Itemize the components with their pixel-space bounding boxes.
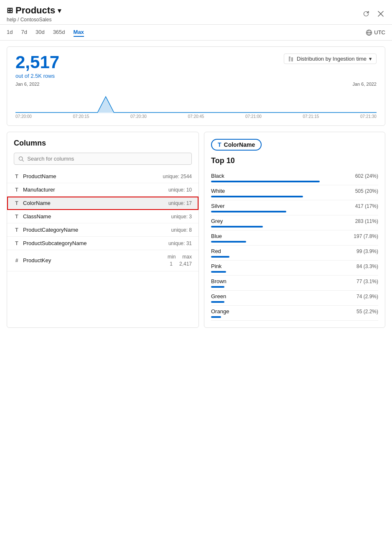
svg-line-10 [22,160,23,161]
col-name: ProductCategoryName [23,227,78,233]
columns-panel: Columns T ProductName unique: 2544 T [7,132,199,328]
time-label-5: 07:21:15 [303,114,319,119]
col-meta: unique: 2544 [163,174,192,179]
search-icon [18,156,24,162]
distribution-panel: 2,517 out of 2.5K rows Distribution by I… [7,46,385,126]
tab-1d[interactable]: 1d [7,28,13,37]
chart-svg [15,88,377,113]
list-item: White 505 (20%) [211,185,378,200]
col-meta: unique: 8 [171,227,192,233]
svg-marker-8 [15,97,377,113]
dist-top: 2,517 out of 2.5K rows Distribution by I… [15,54,377,79]
dist-control[interactable]: Distribution by Ingestion time ▾ [284,54,377,64]
top10-count: 55 (2.2%) [356,309,378,315]
list-item[interactable]: T ProductName unique: 2544 [7,170,199,183]
header: ⊞ Products ▾ help / ContosoSales [0,0,392,25]
dist-count: 2,517 [15,54,59,71]
top10-label: Red [211,248,221,254]
time-label-6: 07:21:30 [360,114,377,119]
col-type-icon: T [14,187,20,193]
top10-label: Blue [211,233,222,239]
refresh-icon [363,10,369,17]
top10-count: 505 (20%) [355,188,378,194]
time-label-3: 07:20:45 [188,114,204,119]
time-axis: 07:20:00 07:20:15 07:20:30 07:20:45 07:2… [15,114,377,119]
top10-bar [211,286,224,288]
top10-count: 417 (17%) [355,203,378,209]
tab-30d[interactable]: 30d [36,28,45,37]
time-tabs: 1d 7d 30d 365d Max UTC [0,25,392,41]
list-item[interactable]: T ClassName unique: 3 [7,210,199,223]
close-button[interactable] [376,9,385,18]
list-item: Grey 283 (11%) [211,215,378,230]
time-tabs-left: 1d 7d 30d 365d Max [7,28,84,37]
list-item: Blue 197 (7.8%) [211,230,378,245]
time-label-1: 07:20:15 [73,114,89,119]
top10-item-header: Silver 417 (17%) [211,203,378,209]
list-item[interactable]: T ProductCategoryName unique: 8 [7,223,199,237]
col-name: ProductName [23,173,56,179]
dropdown-icon[interactable]: ▾ [58,7,61,15]
top10-title: Top 10 [211,156,378,165]
header-left: ⊞ Products ▾ help / ContosoSales [7,5,61,23]
col-meta: unique: 17 [168,200,192,206]
col-meta-minmax: min max 1 2,417 [168,253,192,268]
top10-count: 197 (7.8%) [354,233,378,239]
top10-bar [211,211,286,212]
list-item: Brown 77 (3.1%) [211,276,378,291]
list-item: Red 99 (3.9%) [211,245,378,261]
col-meta: unique: 10 [168,187,192,193]
chart-area [15,88,377,113]
main-content: Columns T ProductName unique: 2544 T [0,132,392,328]
dist-count-area: 2,517 out of 2.5K rows [15,54,59,79]
list-item[interactable]: # ProductKey min max 1 2,417 [7,250,199,271]
col-type-icon: T [14,214,20,220]
search-input[interactable] [27,156,187,162]
top10-bar [211,196,303,197]
time-label-4: 07:21:00 [245,114,262,119]
col-name: ColorName [23,200,51,206]
page-title: ⊞ Products ▾ [7,5,61,16]
top10-label: White [211,188,225,194]
top10-bar [211,316,221,318]
top10-count: 74 (2.9%) [356,294,378,299]
list-item[interactable]: T ColorName unique: 17 [7,197,199,210]
list-item: Green 74 (2.9%) [211,291,378,306]
distribution-icon [288,56,294,62]
svg-rect-7 [290,58,290,61]
refresh-button[interactable] [361,9,371,19]
tab-365d[interactable]: 365d [53,28,65,37]
globe-icon [366,29,372,36]
top10-count: 77 (3.1%) [356,279,378,284]
col-type-icon: T [14,200,20,206]
list-item: Pink 84 (3.3%) [211,261,378,276]
top10-item-header: Red 99 (3.9%) [211,248,378,254]
top10-item-header: White 505 (20%) [211,188,378,194]
tab-7d[interactable]: 7d [21,28,27,37]
search-box[interactable] [14,153,192,165]
dist-control-label: Distribution by Ingestion time [297,56,367,62]
top10-bar [211,271,226,273]
tab-max[interactable]: Max [74,28,84,37]
time-label-0: 07:20:00 [15,114,32,119]
top10-item-header: Green 74 (2.9%) [211,293,378,299]
dist-date-left: Jan 6, 2022 [15,82,40,87]
top10-label: Brown [211,278,227,284]
col-type-icon: T [14,174,20,179]
list-item[interactable]: T ProductSubcategoryName unique: 31 [7,237,199,250]
top10-label: Pink [211,263,221,269]
dist-date-right: Jan 6, 2022 [353,82,377,87]
col-name: ProductKey [23,257,51,263]
top10-bar [211,181,320,182]
top10-bar [211,301,224,303]
list-item[interactable]: T Manufacturer unique: 10 [7,183,199,197]
top10-label: Black [211,173,224,179]
top10-label: Green [211,293,226,299]
col-type-icon: T [14,227,20,233]
svg-rect-6 [291,57,293,61]
top10-count: 602 (24%) [355,173,378,179]
right-panel: T ColorName Top 10 Black 602 (24%) White… [204,132,385,328]
col-name: ClassName [23,213,51,220]
top10-bar [211,226,263,228]
col-meta: unique: 3 [171,214,192,220]
